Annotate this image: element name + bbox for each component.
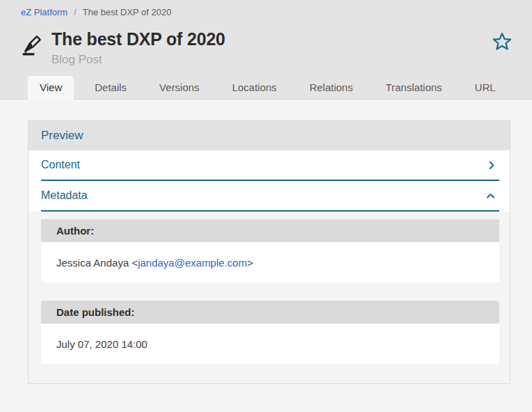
bookmark-button[interactable] bbox=[492, 31, 513, 54]
breadcrumb: eZ Platform / The best DXP of 2020 bbox=[0, 0, 532, 17]
breadcrumb-current: The best DXP of 2020 bbox=[83, 7, 172, 17]
tab-details[interactable]: Details bbox=[83, 76, 138, 99]
breadcrumb-root-link[interactable]: eZ Platform bbox=[21, 7, 67, 17]
tab-url[interactable]: URL bbox=[463, 76, 508, 99]
page-title: The best DXP of 2020 bbox=[51, 29, 225, 49]
preview-label: Preview bbox=[41, 129, 83, 143]
title-block: The best DXP of 2020 Blog Post bbox=[51, 29, 225, 67]
accordion-metadata[interactable]: Metadata bbox=[41, 181, 499, 212]
chevron-right-icon bbox=[487, 161, 495, 170]
author-field: Author: Jessica Andaya <jandaya@example.… bbox=[41, 219, 499, 283]
author-field-value: Jessica Andaya <jandaya@example.com> bbox=[41, 242, 499, 283]
preview-section-header: Preview bbox=[29, 121, 510, 150]
star-outline-icon bbox=[492, 31, 513, 52]
tab-locations[interactable]: Locations bbox=[220, 76, 289, 99]
author-name: Jessica Andaya < bbox=[56, 257, 138, 269]
title-row: The best DXP of 2020 Blog Post bbox=[0, 17, 532, 67]
preview-panel: Preview Content Metadata Author: Jessica… bbox=[28, 120, 510, 384]
tab-view[interactable]: View bbox=[28, 76, 74, 100]
page-header: eZ Platform / The best DXP of 2020 The b… bbox=[0, 0, 532, 100]
date-published-field: Date published: July 07, 2020 14:00 bbox=[41, 301, 499, 364]
tab-versions[interactable]: Versions bbox=[147, 76, 211, 99]
tab-relations[interactable]: Relations bbox=[298, 76, 365, 99]
accordion-content[interactable]: Content bbox=[41, 150, 499, 181]
pen-icon bbox=[19, 30, 46, 58]
author-email-link[interactable]: jandaya@example.com bbox=[138, 257, 247, 269]
breadcrumb-separator: / bbox=[74, 7, 76, 17]
content-type-label: Blog Post bbox=[51, 53, 225, 67]
accordion-content-label: Content bbox=[41, 159, 80, 171]
accordion-metadata-label: Metadata bbox=[41, 189, 88, 202]
author-value-suffix: > bbox=[247, 257, 253, 269]
tab-bar: View Details Versions Locations Relation… bbox=[0, 76, 532, 100]
metadata-section-body: Author: Jessica Andaya <jandaya@example.… bbox=[29, 212, 510, 383]
author-field-label: Author: bbox=[41, 219, 499, 242]
tab-translations[interactable]: Translations bbox=[373, 76, 453, 99]
date-published-value: July 07, 2020 14:00 bbox=[41, 324, 499, 364]
chevron-up-icon bbox=[486, 192, 495, 200]
date-published-label: Date published: bbox=[41, 301, 499, 324]
date-published-text: July 07, 2020 14:00 bbox=[56, 338, 147, 350]
